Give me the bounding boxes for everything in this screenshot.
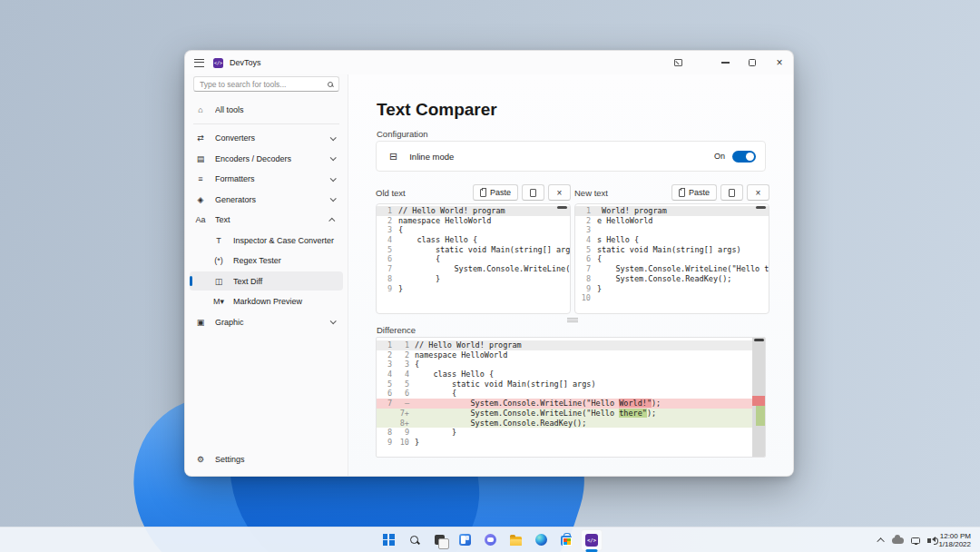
- sidebar-item-inspector-case-converter[interactable]: T Inspector & Case Converter: [190, 231, 343, 250]
- difference-viewer[interactable]: 11// Hello World! program 22namespace He…: [376, 337, 766, 458]
- sidebar-item-all-tools[interactable]: ⌂ All tools: [190, 100, 343, 119]
- titlebar[interactable]: </> DevToys ×: [185, 51, 793, 74]
- old-text-label: Old text: [376, 188, 406, 198]
- toggle-knob: [746, 153, 754, 161]
- old-text-editor[interactable]: 1// Hello World! program 2namespace Hell…: [376, 203, 571, 314]
- task-view-button[interactable]: [428, 529, 450, 551]
- minimize-button[interactable]: [711, 51, 739, 74]
- taskbar-search-button[interactable]: [403, 529, 425, 551]
- new-open-file-button[interactable]: [720, 184, 743, 201]
- clear-icon: ×: [756, 188, 761, 198]
- diff-row: 44 class Hello {: [377, 370, 765, 380]
- sidebar-item-text-diff[interactable]: ◫ Text Diff: [190, 271, 343, 291]
- sidebar-item-encoders-decoders[interactable]: ▤ Encoders / Decoders: [190, 149, 343, 168]
- sidebar-divider: [193, 123, 339, 124]
- widgets-button[interactable]: [454, 529, 475, 551]
- edge-button[interactable]: [530, 529, 552, 551]
- old-paste-button[interactable]: Paste: [473, 184, 518, 201]
- devtoys-taskbar-button[interactable]: </>: [581, 529, 603, 551]
- clear-icon: ×: [557, 188, 563, 198]
- sidebar-item-graphic[interactable]: ▣ Graphic: [190, 312, 343, 331]
- new-paste-button[interactable]: Paste: [671, 184, 717, 201]
- sidebar-item-generators[interactable]: ◈ Generators: [190, 190, 343, 209]
- clock-date: 1/18/2022: [938, 540, 971, 549]
- chat-button[interactable]: [479, 529, 501, 551]
- search-input[interactable]: [200, 80, 328, 89]
- regex-icon: (*): [213, 256, 224, 265]
- diff-row-added: 8+ System.Console.ReadKey();: [377, 419, 765, 429]
- tray-overflow-chevron-icon[interactable]: [877, 537, 885, 545]
- taskbar-clock[interactable]: 12:00 PM 1/18/2022: [938, 532, 975, 549]
- scrollbar-thumb[interactable]: [754, 339, 764, 341]
- edge-icon: [535, 534, 547, 546]
- added-marker: [756, 406, 765, 426]
- text-category-icon: Aa: [195, 215, 206, 224]
- sidebar-item-formatters[interactable]: ≡ Formatters: [190, 170, 343, 189]
- folder-icon: [510, 537, 522, 546]
- diff-row: 22namespace HelloWorld: [377, 350, 765, 360]
- diff-row: 55 static void Main(string[] args): [377, 380, 765, 389]
- sidebar: ⌂ All tools ⇄ Converters ▤ Encoders / De…: [185, 74, 348, 476]
- compact-overlay-icon: [674, 59, 682, 66]
- configuration-label: Configuration: [377, 129, 428, 139]
- chat-icon: [485, 534, 496, 546]
- windows-logo-icon: [383, 534, 395, 546]
- chevron-down-icon: [330, 318, 337, 324]
- taskbar: </> 12:00 PM 1/18/2022: [0, 527, 980, 552]
- inline-mode-toggle[interactable]: [732, 151, 756, 163]
- home-icon: ⌂: [195, 105, 206, 114]
- maximize-icon: [749, 59, 756, 66]
- encoders-icon: ▤: [195, 154, 206, 163]
- chevron-down-icon: [330, 175, 337, 182]
- inline-mode-setting: ⊟ Inline mode On: [376, 141, 766, 172]
- hamburger-menu-icon[interactable]: [194, 59, 204, 67]
- store-button[interactable]: [555, 529, 577, 551]
- splitter-grip[interactable]: [567, 318, 578, 322]
- store-icon: [561, 536, 572, 546]
- sidebar-item-converters[interactable]: ⇄ Converters: [190, 129, 343, 148]
- graphic-icon: ▣: [195, 318, 206, 327]
- network-icon[interactable]: [911, 537, 920, 544]
- diff-row-added: 7+ System.Console.WriteLine("Hello there…: [377, 409, 765, 419]
- diff-row: 66 {: [377, 389, 765, 399]
- search-box[interactable]: [193, 76, 339, 92]
- scrollbar-thumb[interactable]: [557, 206, 567, 209]
- maximize-button[interactable]: [739, 51, 766, 74]
- sidebar-item-regex-tester[interactable]: (*) Regex Tester: [190, 251, 343, 271]
- app-title: DevToys: [230, 58, 261, 67]
- chevron-down-icon: [330, 134, 337, 141]
- onedrive-icon[interactable]: [892, 537, 904, 544]
- new-text-editor[interactable]: 1 World! program 2e HelloWorld 3 4s Hell…: [574, 203, 769, 314]
- volume-icon[interactable]: [927, 538, 931, 543]
- page-title: Text Comparer: [377, 100, 497, 120]
- sidebar-item-markdown-preview[interactable]: M▾ Markdown Preview: [190, 292, 343, 311]
- devtoys-logo-icon: </>: [213, 58, 223, 68]
- difference-label: Difference: [377, 325, 416, 335]
- compact-overlay-button[interactable]: [664, 51, 691, 74]
- devtoys-window: </> DevToys × ⌂ All tools: [184, 50, 794, 477]
- sidebar-item-text[interactable]: Aa Text: [190, 211, 343, 230]
- text-diff-icon: ◫: [213, 277, 224, 286]
- close-icon: ×: [776, 57, 782, 68]
- formatters-icon: ≡: [195, 174, 206, 183]
- inline-mode-icon: ⊟: [389, 151, 397, 163]
- diff-row: 33{: [377, 360, 765, 370]
- close-button[interactable]: ×: [766, 51, 793, 74]
- devtoys-icon: </>: [585, 534, 598, 547]
- gear-icon: ⚙: [195, 455, 206, 464]
- new-clear-button[interactable]: ×: [747, 184, 769, 201]
- start-button[interactable]: [377, 529, 399, 551]
- diff-row: 89 }: [377, 428, 765, 438]
- removed-marker: [752, 396, 765, 406]
- chevron-down-icon: [330, 154, 337, 161]
- old-open-file-button[interactable]: [522, 184, 544, 201]
- file-explorer-button[interactable]: [505, 529, 526, 551]
- old-clear-button[interactable]: ×: [548, 184, 571, 201]
- sidebar-item-settings[interactable]: ⚙ Settings: [190, 450, 343, 469]
- diff-row-removed: 7– System.Console.WriteLine("Hello World…: [377, 399, 765, 409]
- desktop: </> DevToys × ⌂ All tools: [0, 0, 980, 552]
- minimize-icon: [721, 62, 730, 63]
- removed-word-highlight: World!": [619, 399, 652, 408]
- scrollbar-thumb[interactable]: [756, 206, 766, 209]
- overview-ruler[interactable]: [752, 338, 765, 457]
